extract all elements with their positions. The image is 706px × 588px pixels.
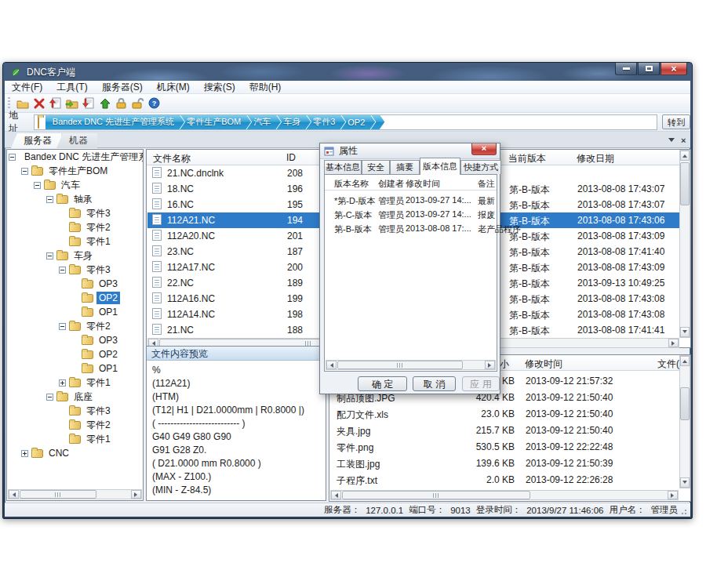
scroll-thumb[interactable]	[680, 162, 690, 205]
dialog-hscrollbar[interactable]	[326, 360, 496, 370]
tree-item-base[interactable]: 底座	[7, 390, 143, 404]
download-file-button[interactable]	[80, 96, 96, 111]
menu-server[interactable]: 服务器(S)	[95, 81, 150, 94]
status-bar: 服务器： 127.0.0.1 端口号： 9013 登录时间： 2013/9/27…	[5, 503, 690, 517]
tree-item[interactable]: 零件2	[7, 319, 143, 333]
tree-item[interactable]: OP3	[7, 277, 143, 291]
menu-file[interactable]: 文件(F)	[5, 81, 49, 94]
attachment-row[interactable]: 子程序.txt2.0 KB2013-09-12 22:26:28	[330, 472, 679, 488]
scroll-right-icon[interactable]	[668, 339, 679, 347]
scroll-right-icon[interactable]	[131, 490, 141, 499]
help-button[interactable]: ?	[146, 96, 162, 111]
tree-item[interactable]: OP1	[7, 361, 143, 376]
attachment-row[interactable]: 配刀文件.xls23.0 KB2013-09-12 21:50:40	[330, 406, 679, 423]
ok-button[interactable]: 确 定	[358, 376, 407, 391]
breadcrumb-root[interactable]: Bandex DNC 先进生产管理系统	[45, 114, 184, 130]
unlock-button[interactable]	[129, 96, 146, 111]
tree-item[interactable]: 零件2	[7, 220, 143, 234]
upload-file-button[interactable]	[47, 96, 64, 111]
attachment-row[interactable]: 零件.png530.5 KB2013-09-12 22:22:48	[330, 439, 679, 456]
column-file-name[interactable]: 文件名称	[153, 152, 191, 165]
tree-item[interactable]: OP3	[7, 333, 143, 347]
tree-item[interactable]: 零件1	[7, 376, 143, 390]
scroll-left-icon[interactable]	[9, 490, 19, 499]
tree-item[interactable]: 零件3	[7, 263, 143, 277]
folder-icon	[69, 379, 81, 387]
attachment-row[interactable]: 夹具.jpg215.7 KB2013-09-12 21:50:40	[330, 423, 679, 439]
column-modified-date[interactable]: 修改日期	[577, 152, 614, 165]
scroll-up-icon[interactable]	[680, 356, 690, 366]
tree-item-cnc[interactable]: CNC	[7, 446, 143, 460]
lock-button[interactable]	[113, 96, 129, 111]
checkin-folder-button[interactable]	[64, 96, 80, 111]
go-button[interactable]: 转到	[662, 114, 690, 129]
column-id[interactable]: ID	[286, 152, 296, 163]
scroll-thumb[interactable]	[337, 361, 463, 369]
menu-help[interactable]: 帮助(H)	[242, 81, 289, 94]
scroll-left-icon[interactable]	[326, 361, 337, 369]
scroll-thumb[interactable]	[20, 490, 96, 499]
tabstrip-close-icon[interactable]: ×	[681, 136, 686, 144]
menu-machine[interactable]: 机床(M)	[150, 81, 197, 94]
scroll-thumb[interactable]	[680, 387, 690, 420]
properties-icon	[324, 147, 335, 156]
breadcrumb-part3[interactable]: 零件3	[306, 114, 345, 130]
scroll-right-icon[interactable]	[668, 491, 678, 499]
attachment-hscrollbar[interactable]	[330, 490, 679, 500]
tree-item[interactable]: OP1	[7, 305, 143, 319]
file-list-vscrollbar[interactable]	[679, 150, 690, 338]
tree-item-bearing[interactable]: 轴承	[7, 192, 143, 206]
dialog-close-button[interactable]: ×	[471, 143, 497, 155]
attachment-row[interactable]: 工装图.jpg139.6 KB2013-09-12 21:50:39	[330, 456, 679, 472]
send-up-button[interactable]	[96, 96, 113, 111]
tree-item[interactable]: 零件3	[7, 206, 143, 220]
scroll-right-icon[interactable]	[485, 361, 495, 369]
folder-icon	[69, 238, 81, 246]
tree-item[interactable]: OP2	[7, 347, 143, 361]
tree-item[interactable]: 零件2	[7, 418, 143, 432]
scroll-left-icon[interactable]	[331, 491, 341, 499]
scroll-up-icon[interactable]	[680, 151, 690, 161]
tree-hscrollbar[interactable]	[8, 489, 142, 499]
tree-item-bom[interactable]: 零件生产BOM	[7, 164, 143, 178]
column-modified-time[interactable]: 修改时间	[525, 358, 562, 371]
breadcrumb-car[interactable]: 汽车	[246, 114, 281, 130]
address-field[interactable]: Bandex DNC 先进生产管理系统 零件生产BOM 汽车 车身 零件3 OP…	[34, 114, 657, 130]
dialog-tab-basic[interactable]: 基本信息	[324, 160, 362, 174]
cancel-button[interactable]: 取 消	[413, 376, 456, 391]
scroll-thumb[interactable]	[342, 491, 530, 499]
tab-machine[interactable]: 机器	[56, 133, 97, 148]
column-modify-time[interactable]: 修改时间	[406, 178, 440, 190]
tree-item-op2-selected[interactable]: OP2	[7, 291, 143, 305]
tree-item[interactable]: 零件3	[7, 404, 143, 418]
apply-button[interactable]: 应 用	[462, 376, 500, 391]
tree-item[interactable]: 零件1	[7, 432, 143, 446]
scroll-down-icon[interactable]	[680, 327, 690, 337]
close-button[interactable]: ×	[661, 63, 687, 75]
dialog-tab-shortcut[interactable]: 快捷方式	[460, 160, 501, 174]
tree-item-car[interactable]: 汽车	[7, 178, 143, 192]
tree-item[interactable]: 零件1	[7, 234, 143, 249]
menu-tools[interactable]: 工具(T)	[49, 81, 94, 94]
breadcrumb-bom[interactable]: 零件生产BOM	[180, 114, 251, 130]
attachment-vscrollbar[interactable]	[679, 355, 690, 488]
minimize-button[interactable]	[615, 63, 637, 75]
column-creator[interactable]: 创建者	[378, 178, 404, 190]
tree-item-carbody[interactable]: 车身	[7, 249, 143, 263]
resize-grip[interactable]	[681, 507, 689, 515]
chevron-down-icon[interactable]	[668, 138, 675, 146]
dialog-tab-summary[interactable]: 摘要	[390, 160, 420, 174]
scroll-down-icon[interactable]	[680, 477, 690, 488]
column-current-version[interactable]: 当前版本	[508, 152, 546, 165]
breadcrumb-op2[interactable]: OP2	[340, 114, 375, 130]
column-version-name[interactable]: 版本名称	[334, 178, 369, 190]
breadcrumb-body[interactable]: 车身	[276, 114, 311, 130]
tab-server[interactable]: 服务器	[11, 133, 61, 148]
tree-item-root[interactable]: Bandex DNC 先进生产管理系统	[7, 150, 143, 164]
column-note[interactable]: 备注	[478, 178, 495, 190]
folder-icon	[82, 336, 93, 345]
dialog-tab-version[interactable]: 版本信息	[420, 158, 460, 175]
maximize-button[interactable]	[638, 63, 660, 75]
menu-search[interactable]: 搜索(S)	[197, 81, 242, 94]
dialog-tab-security[interactable]: 安全	[362, 160, 390, 174]
